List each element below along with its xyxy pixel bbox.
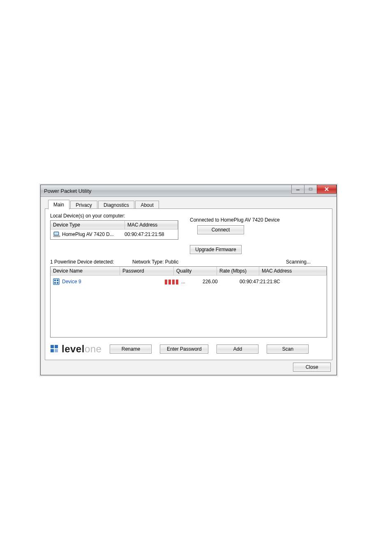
svg-rect-1 xyxy=(309,188,312,190)
levelone-logo: levelone xyxy=(50,343,101,355)
local-devices-label: Local Device(s) on your computer: xyxy=(50,213,327,219)
device-rate: 226.00 xyxy=(203,279,240,284)
add-button[interactable]: Add xyxy=(217,345,258,354)
device-row[interactable]: Device 9 ... 226.00 00:90:47:21:21:8C xyxy=(51,275,327,287)
svg-rect-10 xyxy=(51,345,54,348)
local-hdr-mac[interactable]: MAC Address xyxy=(125,221,178,229)
local-device-mac: 00:90:47:21:21:58 xyxy=(122,231,176,237)
svg-rect-13 xyxy=(55,349,58,352)
upgrade-firmware-button[interactable]: Upgrade Firmware xyxy=(190,245,242,254)
local-device-row[interactable]: HomePlug AV 7420 D... 00:90:47:21:21:58 xyxy=(51,229,178,239)
svg-rect-12 xyxy=(51,349,54,352)
logo-text-dark: level xyxy=(62,343,85,355)
svg-rect-7 xyxy=(57,280,58,281)
app-window: Power Packet Utility Main Privacy Diagno… xyxy=(40,185,337,375)
svg-rect-8 xyxy=(54,282,56,284)
dev-hdr-password[interactable]: Password xyxy=(120,267,174,275)
device-name: Device 9 xyxy=(62,279,81,284)
computer-icon xyxy=(53,231,60,238)
window-title: Power Packet Utility xyxy=(44,188,92,194)
svg-rect-9 xyxy=(57,282,58,284)
powerline-device-icon xyxy=(52,278,60,285)
svg-rect-3 xyxy=(54,232,58,235)
close-button[interactable]: Close xyxy=(293,363,331,372)
connect-button[interactable]: Connect xyxy=(197,225,244,234)
connection-status-label: Connected to HomePlug AV 7420 Device xyxy=(190,217,280,223)
levelone-logo-icon xyxy=(50,345,59,354)
maximize-button[interactable] xyxy=(304,185,317,194)
client-area: Main Privacy Diagnostics About Local Dev… xyxy=(41,197,337,375)
quality-bars-icon xyxy=(165,280,178,284)
devices-table[interactable]: Device Name Password Quality Rate (Mbps)… xyxy=(50,266,327,338)
enter-password-button[interactable]: Enter Password xyxy=(160,345,208,354)
scan-button[interactable]: Scan xyxy=(267,345,309,354)
tab-panel-main: Local Device(s) on your computer: Device… xyxy=(45,208,332,360)
detected-count-label: 1 Powerline Device detected: xyxy=(50,259,132,265)
svg-rect-11 xyxy=(55,345,58,348)
logo-text-lite: one xyxy=(85,343,102,355)
title-bar[interactable]: Power Packet Utility xyxy=(41,185,337,197)
minimize-button[interactable] xyxy=(291,185,304,194)
dev-hdr-name[interactable]: Device Name xyxy=(51,267,120,275)
device-quality: ... xyxy=(165,279,203,284)
device-mac: 00:90:47:21:21:8C xyxy=(240,279,325,284)
minimize-icon xyxy=(296,187,300,191)
rename-button[interactable]: Rename xyxy=(110,345,152,354)
tab-main[interactable]: Main xyxy=(48,200,69,210)
dev-hdr-rate[interactable]: Rate (Mbps) xyxy=(217,267,259,275)
local-hdr-type[interactable]: Device Type xyxy=(51,221,125,229)
dev-hdr-mac[interactable]: MAC Address xyxy=(259,267,327,275)
local-devices-table[interactable]: Device Type MAC Address HomePlug AV 7420… xyxy=(50,220,178,240)
quality-ellipsis: ... xyxy=(181,279,185,284)
local-device-type: HomePlug AV 7420 D... xyxy=(62,231,114,237)
tab-strip: Main Privacy Diagnostics About xyxy=(48,200,332,209)
svg-rect-6 xyxy=(54,280,56,281)
svg-rect-4 xyxy=(53,236,60,237)
close-icon xyxy=(324,187,329,191)
scanning-label: Scanning... xyxy=(235,259,327,265)
maximize-icon xyxy=(309,187,313,191)
close-window-button[interactable] xyxy=(317,185,337,194)
dev-hdr-quality[interactable]: Quality xyxy=(174,267,217,275)
network-type-label: Network Type: Public xyxy=(132,259,235,265)
